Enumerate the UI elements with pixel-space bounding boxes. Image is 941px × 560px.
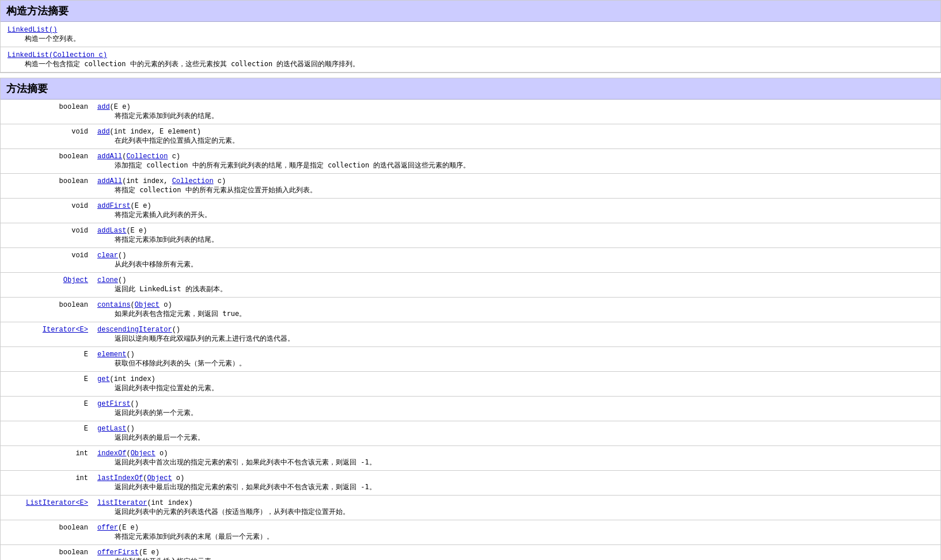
method-link[interactable]: get: [97, 375, 110, 383]
method-link[interactable]: add: [97, 103, 110, 111]
method-cell: offer(E e) 将指定元素添加到此列表的末尾（最后一个元素）。: [93, 520, 940, 545]
method-description: 返回此列表的最后一个元素。: [115, 433, 204, 443]
method-row: E element() 获取但不移除此列表的头（第一个元素）。: [1, 347, 940, 372]
method-description: 返回此 LinkedList 的浅表副本。: [115, 284, 227, 294]
method-link[interactable]: add: [97, 128, 110, 136]
method-cell: descendingIterator() 返回以逆向顺序在此双端队列的元素上进行…: [93, 322, 940, 347]
constructor-row: LinkedList() 构造一个空列表。: [1, 22, 940, 47]
method-cell: addLast(E e) 将指定元素添加到此列表的结尾。: [93, 223, 940, 248]
method-cell: addFirst(E e) 将指定元素插入此列表的开头。: [93, 199, 940, 223]
method-cell: addAll(int index, Collection c) 将指定 coll…: [93, 174, 940, 199]
method-cell: getFirst() 返回此列表的第一个元素。: [93, 397, 940, 421]
method-description: 将指定元素插入此列表的开头。: [115, 210, 211, 220]
method-cell: add(E e) 将指定元素添加到此列表的结尾。: [93, 100, 940, 124]
method-description: 在此列表的开头插入指定的元素。: [115, 557, 218, 560]
method-description: 获取但不移除此列表的头（第一个元素）。: [115, 359, 246, 368]
method-description: 将指定元素添加到此列表的末尾（最后一个元素）。: [115, 532, 274, 542]
method-cell: clone() 返回此 LinkedList 的浅表副本。: [93, 273, 940, 298]
method-return-type: boolean: [1, 520, 93, 545]
method-row: E getLast() 返回此列表的最后一个元素。: [1, 421, 940, 446]
method-row: void add(int index, E element) 在此列表中指定的位…: [1, 124, 940, 149]
constructor-description: 构造一个空列表。: [25, 34, 80, 44]
method-return-type: int: [1, 471, 93, 496]
method-row: void addFirst(E e) 将指定元素插入此列表的开头。: [1, 199, 940, 223]
method-description: 返回此列表中首次出现的指定元素的索引，如果此列表中不包含该元素，则返回 -1。: [115, 458, 376, 467]
method-link[interactable]: listIterator: [97, 499, 147, 507]
method-return-type: ListIterator<E>: [1, 496, 93, 520]
method-link[interactable]: getFirst: [97, 400, 131, 408]
method-link[interactable]: offer: [97, 524, 118, 532]
method-row: boolean addAll(int index, Collection c) …: [1, 174, 940, 199]
method-link[interactable]: clear: [97, 252, 118, 260]
type-link[interactable]: Object: [135, 301, 160, 309]
constructor-link[interactable]: LinkedList(): [7, 26, 57, 34]
type-link[interactable]: Collection: [126, 153, 168, 161]
method-row: void addLast(E e) 将指定元素添加到此列表的结尾。: [1, 223, 940, 248]
method-link[interactable]: clone: [97, 276, 118, 284]
type-link[interactable]: Collection: [172, 177, 214, 185]
method-row: Object clone() 返回此 LinkedList 的浅表副本。: [1, 273, 940, 298]
method-cell: getLast() 返回此列表的最后一个元素。: [93, 421, 940, 446]
method-link[interactable]: lastIndexOf: [97, 474, 143, 482]
method-link[interactable]: descendingIterator: [97, 326, 172, 334]
method-row: int lastIndexOf(Object o) 返回此列表中最后出现的指定元…: [1, 471, 940, 496]
method-row: boolean contains(Object o) 如果此列表包含指定元素，则…: [1, 298, 940, 322]
method-link[interactable]: element: [97, 351, 126, 359]
method-description: 将指定元素添加到此列表的结尾。: [115, 111, 218, 121]
method-cell: offerFirst(E e) 在此列表的开头插入指定的元素。: [93, 545, 940, 561]
method-cell: addAll(Collection c) 添加指定 collection 中的所…: [93, 149, 940, 174]
method-description: 返回以逆向顺序在此双端队列的元素上进行迭代的迭代器。: [115, 334, 294, 344]
method-link[interactable]: addFirst: [97, 202, 131, 210]
method-link[interactable]: addAll: [97, 153, 122, 161]
method-description: 返回此列表的第一个元素。: [115, 408, 198, 418]
constructor-section-header: 构造方法摘要: [1, 1, 940, 22]
method-link[interactable]: indexOf: [97, 449, 126, 458]
method-return-type: void: [1, 124, 93, 149]
return-type-link[interactable]: ListIterator<E>: [26, 499, 88, 507]
method-description: 返回此列表中指定位置处的元素。: [115, 383, 218, 393]
method-description: 返回此列表中的元素的列表迭代器（按适当顺序），从列表中指定位置开始。: [115, 507, 350, 517]
method-row: int indexOf(Object o) 返回此列表中首次出现的指定元素的索引…: [1, 446, 940, 471]
method-cell: get(int index) 返回此列表中指定位置处的元素。: [93, 372, 940, 397]
method-cell: contains(Object o) 如果此列表包含指定元素，则返回 true。: [93, 298, 940, 322]
method-row: boolean offerFirst(E e) 在此列表的开头插入指定的元素。: [1, 545, 940, 561]
constructor-table: LinkedList() 构造一个空列表。 LinkedList(Collect…: [1, 22, 940, 73]
method-description: 从此列表中移除所有元素。: [115, 260, 198, 269]
method-link[interactable]: contains: [97, 301, 131, 309]
method-cell: element() 获取但不移除此列表的头（第一个元素）。: [93, 347, 940, 372]
method-cell: listIterator(int index) 返回此列表中的元素的列表迭代器（…: [93, 496, 940, 520]
method-link[interactable]: addLast: [97, 227, 126, 235]
constructor-description: 构造一个包含指定 collection 中的元素的列表，这些元素按其 colle…: [25, 59, 359, 69]
method-return-type: int: [1, 446, 93, 471]
method-row: ListIterator<E> listIterator(int index) …: [1, 496, 940, 520]
return-type-link[interactable]: Object: [63, 276, 88, 284]
method-link[interactable]: offerFirst: [97, 548, 139, 557]
method-row: void clear() 从此列表中移除所有元素。: [1, 248, 940, 273]
method-return-type: E: [1, 421, 93, 446]
method-description: 将指定元素添加到此列表的结尾。: [115, 235, 218, 245]
method-return-type: boolean: [1, 545, 93, 561]
method-section-header: 方法摘要: [1, 78, 940, 100]
method-cell: lastIndexOf(Object o) 返回此列表中最后出现的指定元素的索引…: [93, 471, 940, 496]
method-return-type: Iterator<E>: [1, 322, 93, 347]
method-row: E getFirst() 返回此列表的第一个元素。: [1, 397, 940, 421]
method-description: 在此列表中指定的位置插入指定的元素。: [115, 136, 239, 146]
method-row: boolean addAll(Collection c) 添加指定 collec…: [1, 149, 940, 174]
method-return-type: E: [1, 397, 93, 421]
constructor-row: LinkedList(Collection c) 构造一个包含指定 collec…: [1, 47, 940, 73]
method-link[interactable]: getLast: [97, 425, 126, 433]
method-section-title: 方法摘要: [6, 82, 48, 94]
method-link[interactable]: addAll: [97, 177, 122, 185]
method-return-type: E: [1, 372, 93, 397]
method-return-type: boolean: [1, 298, 93, 322]
method-return-type: boolean: [1, 100, 93, 124]
method-description: 返回此列表中最后出现的指定元素的索引，如果此列表中不包含该元素，则返回 -1。: [115, 482, 376, 492]
constructor-link[interactable]: LinkedList(Collection c): [7, 51, 107, 59]
type-link[interactable]: Object: [131, 449, 155, 458]
return-type-link[interactable]: Iterator<E>: [43, 326, 88, 334]
method-row: E get(int index) 返回此列表中指定位置处的元素。: [1, 372, 940, 397]
type-link[interactable]: Object: [147, 474, 172, 482]
method-section: 方法摘要 boolean add(E e) 将指定元素添加到此列表的结尾。 vo…: [0, 78, 941, 560]
method-return-type: void: [1, 199, 93, 223]
method-description: 添加指定 collection 中的所有元素到此列表的结尾，顺序是指定 coll…: [115, 161, 470, 170]
